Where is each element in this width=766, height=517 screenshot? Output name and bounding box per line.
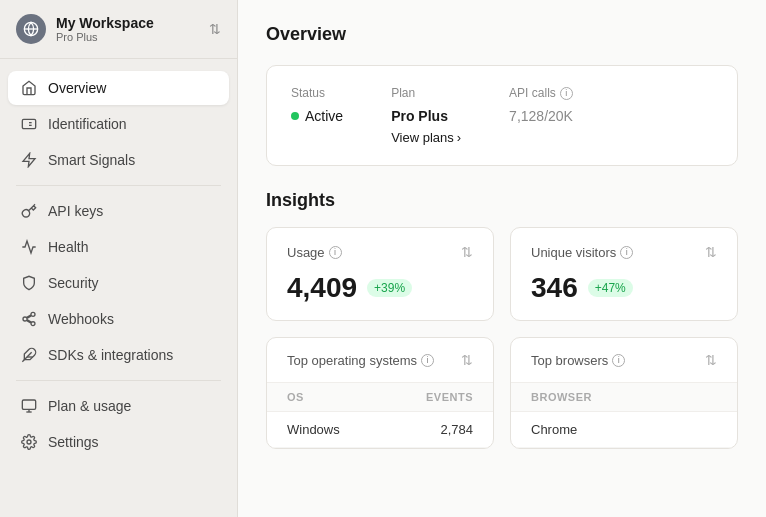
unique-visitors-title-text: Unique visitors bbox=[531, 245, 616, 260]
lightning-icon bbox=[20, 151, 38, 169]
plan-value: Pro Plus bbox=[391, 108, 461, 124]
nav-divider-2 bbox=[16, 380, 221, 381]
sidebar-item-overview-label: Overview bbox=[48, 80, 106, 96]
sidebar-item-identification-label: Identification bbox=[48, 116, 127, 132]
sidebar-item-identification[interactable]: Identification bbox=[8, 107, 229, 141]
unique-visitors-badge: +47% bbox=[588, 279, 633, 297]
usage-badge: +39% bbox=[367, 279, 412, 297]
status-value: Active bbox=[291, 108, 343, 124]
sidebar-item-security[interactable]: Security bbox=[8, 266, 229, 300]
top-os-row-0-label: Windows bbox=[287, 422, 340, 437]
svg-marker-6 bbox=[23, 153, 35, 166]
top-browsers-col1-header: BROWSER bbox=[531, 391, 592, 403]
sidebar-item-health-label: Health bbox=[48, 239, 88, 255]
status-section: Status Active bbox=[291, 86, 343, 124]
api-calls-label-text: API calls bbox=[509, 86, 556, 100]
usage-value: 4,409 +39% bbox=[287, 272, 473, 304]
gear-icon bbox=[20, 433, 38, 451]
plan-section: Plan Pro Plus View plans › bbox=[391, 86, 461, 145]
view-plans-link[interactable]: View plans › bbox=[391, 130, 461, 145]
webhook-icon bbox=[20, 310, 38, 328]
page-title: Overview bbox=[266, 24, 738, 45]
sidebar-item-settings[interactable]: Settings bbox=[8, 425, 229, 459]
top-os-col1-header: OS bbox=[287, 391, 304, 403]
sidebar-item-smart-signals[interactable]: Smart Signals bbox=[8, 143, 229, 177]
top-browsers-info-icon[interactable]: i bbox=[612, 354, 625, 367]
top-browsers-row-0: Chrome bbox=[511, 412, 737, 448]
workspace-info: My Workspace Pro Plus bbox=[16, 14, 154, 44]
sidebar: My Workspace Pro Plus ⇅ Overview Identif… bbox=[0, 0, 238, 517]
workspace-plan: Pro Plus bbox=[56, 31, 154, 43]
insights-title: Insights bbox=[266, 190, 738, 211]
unique-visitors-number: 346 bbox=[531, 272, 578, 304]
nav-divider-1 bbox=[16, 185, 221, 186]
unique-visitors-title: Unique visitors i bbox=[531, 245, 633, 260]
key-icon bbox=[20, 202, 38, 220]
api-calls-section: API calls i 7,128/20K bbox=[509, 86, 573, 124]
sidebar-item-security-label: Security bbox=[48, 275, 99, 291]
unique-visitors-sort-icon[interactable]: ⇅ bbox=[705, 244, 717, 260]
usage-info-icon[interactable]: i bbox=[329, 246, 342, 259]
sidebar-item-api-keys[interactable]: API keys bbox=[8, 194, 229, 228]
usage-title-text: Usage bbox=[287, 245, 325, 260]
unique-visitors-card: Unique visitors i ⇅ 346 +47% bbox=[510, 227, 738, 321]
api-calls-number: 7,128 bbox=[509, 108, 544, 124]
status-card: Status Active Plan Pro Plus View plans ›… bbox=[266, 65, 738, 166]
view-plans-text: View plans bbox=[391, 130, 454, 145]
chevron-right-icon: › bbox=[457, 130, 461, 145]
workspace-switcher[interactable]: My Workspace Pro Plus ⇅ bbox=[0, 0, 237, 59]
top-browsers-title-text: Top browsers bbox=[531, 353, 608, 368]
sidebar-item-settings-label: Settings bbox=[48, 434, 99, 450]
top-browsers-table: BROWSER Chrome bbox=[511, 383, 737, 448]
chart-icon bbox=[20, 397, 38, 415]
sidebar-item-smart-signals-label: Smart Signals bbox=[48, 152, 135, 168]
api-calls-value: 7,128/20K bbox=[509, 108, 573, 124]
insights-grid: Usage i ⇅ 4,409 +39% Unique visitors i ⇅… bbox=[266, 227, 738, 449]
id-icon bbox=[20, 115, 38, 133]
unique-visitors-info-icon[interactable]: i bbox=[620, 246, 633, 259]
top-os-header: Top operating systems i ⇅ bbox=[267, 338, 493, 383]
main-content: Overview Status Active Plan Pro Plus Vie… bbox=[238, 0, 766, 517]
sidebar-item-health[interactable]: Health bbox=[8, 230, 229, 264]
sidebar-item-plan-usage[interactable]: Plan & usage bbox=[8, 389, 229, 423]
plan-label: Plan bbox=[391, 86, 461, 100]
api-calls-label: API calls i bbox=[509, 86, 573, 100]
top-os-title: Top operating systems i bbox=[287, 353, 434, 368]
usage-sort-icon[interactable]: ⇅ bbox=[461, 244, 473, 260]
pulse-icon bbox=[20, 238, 38, 256]
sidebar-item-overview[interactable]: Overview bbox=[8, 71, 229, 105]
top-os-col2-header: EVENTS bbox=[426, 391, 473, 403]
sidebar-item-sdks-label: SDKs & integrations bbox=[48, 347, 173, 363]
top-browsers-sort-icon[interactable]: ⇅ bbox=[705, 352, 717, 368]
top-browsers-table-header: BROWSER bbox=[511, 383, 737, 412]
usage-card: Usage i ⇅ 4,409 +39% bbox=[266, 227, 494, 321]
top-browsers-title: Top browsers i bbox=[531, 353, 625, 368]
top-os-sort-icon[interactable]: ⇅ bbox=[461, 352, 473, 368]
top-browsers-row-0-label: Chrome bbox=[531, 422, 577, 437]
sidebar-item-api-keys-label: API keys bbox=[48, 203, 103, 219]
top-os-table: OS EVENTS Windows 2,784 bbox=[267, 383, 493, 448]
api-calls-limit: /20K bbox=[544, 108, 573, 124]
shield-icon bbox=[20, 274, 38, 292]
status-active-text: Active bbox=[305, 108, 343, 124]
nav-section: Overview Identification Smart Signals bbox=[0, 59, 237, 517]
top-os-title-text: Top operating systems bbox=[287, 353, 417, 368]
status-active-dot bbox=[291, 112, 299, 120]
top-os-table-header: OS EVENTS bbox=[267, 383, 493, 412]
home-icon bbox=[20, 79, 38, 97]
api-calls-info-icon[interactable]: i bbox=[560, 87, 573, 100]
puzzle-icon bbox=[20, 346, 38, 364]
top-os-info-icon[interactable]: i bbox=[421, 354, 434, 367]
svg-rect-2 bbox=[22, 119, 35, 128]
svg-rect-9 bbox=[22, 400, 35, 409]
workspace-name: My Workspace bbox=[56, 15, 154, 32]
sidebar-item-plan-usage-label: Plan & usage bbox=[48, 398, 131, 414]
top-browsers-card: Top browsers i ⇅ BROWSER Chrome bbox=[510, 337, 738, 449]
sidebar-item-webhooks-label: Webhooks bbox=[48, 311, 114, 327]
sidebar-item-webhooks[interactable]: Webhooks bbox=[8, 302, 229, 336]
top-browsers-header: Top browsers i ⇅ bbox=[511, 338, 737, 383]
usage-card-header: Usage i ⇅ bbox=[287, 244, 473, 260]
workspace-icon bbox=[16, 14, 46, 44]
usage-card-title: Usage i bbox=[287, 245, 342, 260]
sidebar-item-sdks[interactable]: SDKs & integrations bbox=[8, 338, 229, 372]
